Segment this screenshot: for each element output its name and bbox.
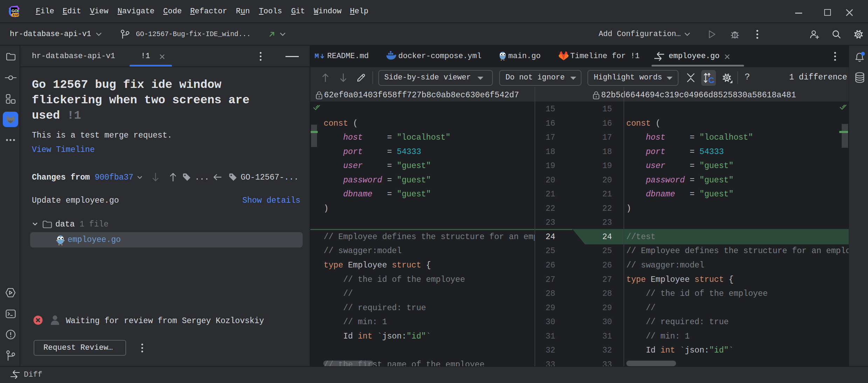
svg-text:GO: GO	[12, 9, 18, 13]
svg-text:M: M	[315, 52, 319, 60]
svg-text:EAP: EAP	[13, 14, 19, 17]
